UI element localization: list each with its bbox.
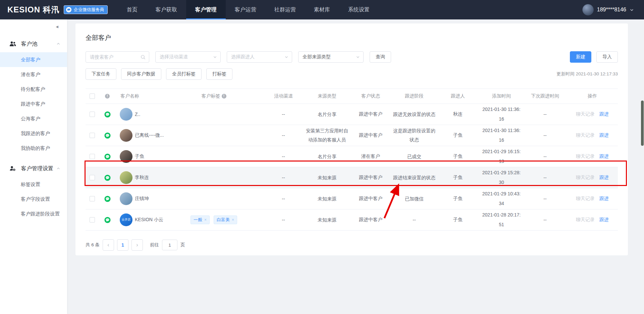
sidebar: ◀ 客户池全部客户潜在客户待分配客户跟进中客户公海客户我跟进的客户我协助的客户客…: [0, 19, 67, 314]
user-menu[interactable]: 189****8146: [582, 4, 634, 15]
column-label: 客户状态: [361, 93, 380, 99]
goto-page-input[interactable]: [162, 240, 177, 250]
next-page-button[interactable]: ›: [131, 239, 143, 251]
sidebar-item[interactable]: 标签设置: [0, 177, 67, 192]
chat-record-link[interactable]: 聊天记录: [576, 175, 595, 181]
column-header-tags: 客户标签!: [166, 93, 262, 99]
sidebar-item[interactable]: 潜在客户: [0, 67, 67, 82]
scrollbar-thumb[interactable]: [641, 101, 644, 146]
nav-item-3[interactable]: 客户管理: [186, 0, 226, 19]
column-label: 来源类型: [318, 93, 336, 99]
customer-name[interactable]: KESION 小云: [135, 217, 163, 223]
sidebar-item[interactable]: 公海客户: [0, 111, 67, 126]
nav-item-6[interactable]: 素材库: [305, 0, 339, 19]
user-avatar[interactable]: [582, 4, 594, 15]
chat-record-link[interactable]: 聊天记录: [576, 217, 595, 223]
follow-up-link[interactable]: 跟进: [599, 132, 609, 138]
chat-record-link[interactable]: 聊天记录: [576, 132, 595, 138]
search-icon: [141, 55, 146, 60]
sidebar-group-1[interactable]: 客户池: [0, 36, 67, 52]
search-input[interactable]: [90, 54, 141, 60]
source-type: 未知来源: [318, 173, 336, 182]
follow-up-link[interactable]: 跟进: [599, 111, 609, 117]
chat-record-link[interactable]: 聊天记录: [576, 153, 595, 160]
column-header-channel: 活动渠道: [262, 93, 305, 99]
customer-name[interactable]: 已离线----微...: [135, 132, 164, 138]
source-type-select[interactable]: 全部来源类型: [298, 51, 364, 63]
customer-tag[interactable]: 白富美×: [214, 215, 237, 224]
column-header-name: 客户名称: [116, 93, 166, 99]
dispatch-task-button[interactable]: 下发任务: [86, 68, 116, 80]
tag-close-icon[interactable]: ×: [232, 217, 234, 222]
chat-record-link[interactable]: 聊天记录: [576, 111, 595, 117]
sidebar-item[interactable]: 我协助的客户: [0, 141, 67, 155]
row-checkbox[interactable]: [90, 196, 95, 201]
column-header-added: 添加时间: [480, 93, 523, 99]
chevron-down-icon: [284, 55, 288, 59]
info-icon: !: [105, 94, 110, 99]
channel-select[interactable]: 选择活动渠道: [155, 51, 221, 63]
chat-record-link[interactable]: 聊天记录: [576, 196, 595, 202]
follower-select-placeholder: 选择跟进人: [231, 54, 255, 60]
nav-item-4[interactable]: 客户运营: [226, 0, 265, 19]
main-content: 全部客户 选择活动渠道 选择跟进人 全部来源类型 查询: [67, 19, 644, 314]
tag-button[interactable]: 打标签: [206, 68, 232, 80]
follow-up-link[interactable]: 跟进: [599, 153, 609, 160]
table-row-2: 已离线----微...--安装第三方应用时自动添加的客服人员跟进中客户这是跟进阶…: [86, 125, 618, 146]
follow-up-link[interactable]: 跟进: [599, 196, 609, 202]
badge-label: 企业微信服务商: [74, 7, 104, 13]
customer-name[interactable]: 子鱼: [135, 153, 144, 160]
sidebar-collapse-button[interactable]: ◀: [0, 22, 67, 31]
channel-select-placeholder: 选择活动渠道: [160, 54, 188, 60]
column-header-status: !: [99, 94, 116, 99]
nav-item-2[interactable]: 客户获取: [147, 0, 186, 19]
sidebar-item[interactable]: 全部客户: [0, 52, 67, 67]
row-checkbox[interactable]: [90, 112, 95, 117]
filter-row: 选择活动渠道 选择跟进人 全部来源类型 查询 新建 导入: [86, 51, 618, 63]
customer-state: 跟进中客户: [359, 217, 382, 223]
row-checkbox[interactable]: [90, 175, 95, 180]
sidebar-item[interactable]: 客户跟进阶段设置: [0, 206, 67, 221]
sidebar-item[interactable]: 我跟进的客户: [0, 126, 67, 141]
row-checkbox[interactable]: [90, 154, 95, 159]
customer-name[interactable]: 李秋连: [135, 175, 149, 181]
wechat-icon: [104, 196, 111, 202]
select-all-checkbox[interactable]: [90, 93, 95, 99]
create-button[interactable]: 新建: [570, 51, 591, 63]
nav-item-7[interactable]: 系统设置: [339, 0, 379, 19]
activity-channel: --: [282, 217, 285, 223]
query-button[interactable]: 查询: [370, 51, 391, 63]
table-row-6: 云开店KESION 小云一般×白富美×--未知来源跟进中客户--子鱼2021-0…: [86, 209, 618, 231]
page-unit-label: 页: [180, 242, 185, 248]
row-checkbox[interactable]: [90, 217, 95, 223]
column-header-select[interactable]: [86, 93, 99, 99]
sidebar-item[interactable]: 跟进中客户: [0, 97, 67, 111]
row-checkbox[interactable]: [90, 133, 95, 138]
sidebar-item[interactable]: 待分配客户: [0, 82, 67, 97]
nav-item-5[interactable]: 社群运营: [265, 0, 305, 19]
import-button[interactable]: 导入: [596, 51, 618, 63]
current-page-button[interactable]: 1: [117, 239, 128, 251]
tag-label: 一般: [194, 217, 202, 223]
customer-tag[interactable]: 一般×: [191, 215, 210, 224]
follow-up-link[interactable]: 跟进: [599, 217, 609, 223]
nav-item-1[interactable]: 首页: [118, 0, 147, 19]
chevron-down-icon: [630, 8, 634, 12]
wechat-icon: [104, 153, 111, 160]
sync-customers-button[interactable]: 同步客户数据: [121, 68, 161, 80]
follower-select[interactable]: 选择跟进人: [227, 51, 292, 63]
tag-close-icon[interactable]: ×: [204, 217, 207, 222]
next-follow-time: --: [543, 154, 546, 159]
sidebar-item[interactable]: 客户字段设置: [0, 192, 67, 206]
sidebar-group-2[interactable]: 客户管理设置: [0, 160, 67, 177]
customer-name[interactable]: Z..: [135, 112, 140, 117]
action-row: 下发任务 同步客户数据 全员打标签 打标签 更新时间 2021-01-30 12…: [86, 68, 618, 80]
follower-name: 子鱼: [453, 196, 463, 202]
tag-all-button[interactable]: 全员打标签: [166, 68, 202, 80]
prev-page-button[interactable]: ‹: [103, 239, 114, 251]
customer-name[interactable]: 庄镇坤: [135, 196, 149, 202]
follower-name: 秋连: [453, 111, 463, 117]
navbar: KESION 科汛 企业微信服务商 首页客户获取客户管理客户运营社群运营素材库系…: [0, 0, 644, 19]
chevron-up-icon: [56, 167, 60, 171]
follow-up-link[interactable]: 跟进: [599, 175, 609, 181]
